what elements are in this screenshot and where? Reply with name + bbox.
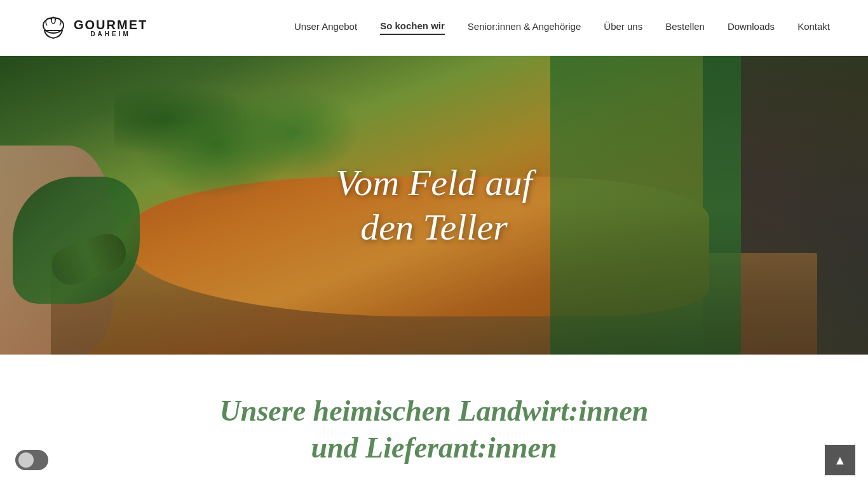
nav-item-unser-angebot[interactable]: Unser Angebot xyxy=(294,21,357,34)
hero-title-line2: den Teller xyxy=(336,205,532,250)
logo-text: GOURMET DAHEIM xyxy=(74,18,147,37)
logo[interactable]: GOURMET DAHEIM xyxy=(38,13,147,43)
section-title-line2: und Lieferant:innen xyxy=(311,431,557,464)
accessibility-toggle[interactable] xyxy=(15,450,48,470)
main-nav: Unser Angebot So kochen wir Senior:innen… xyxy=(294,20,830,35)
back-to-top-arrow: ▲ xyxy=(834,453,846,468)
toggle-knob xyxy=(18,452,34,468)
nav-item-so-kochen-wir[interactable]: So kochen wir xyxy=(380,20,445,35)
nav-item-ueber-uns[interactable]: Über uns xyxy=(604,21,642,34)
content-section: Unsere heimischen Landwirt:innen und Lie… xyxy=(0,355,868,488)
back-to-top-button[interactable]: ▲ xyxy=(825,445,855,475)
hero-text-block: Vom Feld auf den Teller xyxy=(336,161,532,249)
nav-item-senioren[interactable]: Senior:innen & Angehörige xyxy=(468,21,581,34)
nav-item-downloads[interactable]: Downloads xyxy=(728,21,775,34)
nav-item-bestellen[interactable]: Bestellen xyxy=(665,21,705,34)
nav-item-kontakt[interactable]: Kontakt xyxy=(797,21,830,34)
site-header: GOURMET DAHEIM Unser Angebot So kochen w… xyxy=(0,0,868,56)
section-title-line1: Unsere heimischen Landwirt:innen xyxy=(220,395,649,427)
logo-icon xyxy=(38,13,69,43)
hero-title: Vom Feld auf den Teller xyxy=(336,161,532,249)
section-title: Unsere heimischen Landwirt:innen und Lie… xyxy=(127,393,741,466)
section-paragraph: Wer nachhaltige, regionale und hochquali… xyxy=(212,484,656,488)
logo-brand: GOURMET xyxy=(74,18,147,31)
hero-section: Vom Feld auf den Teller xyxy=(0,56,868,355)
hero-title-line1: Vom Feld auf xyxy=(336,161,532,205)
logo-tagline: DAHEIM xyxy=(90,31,130,37)
